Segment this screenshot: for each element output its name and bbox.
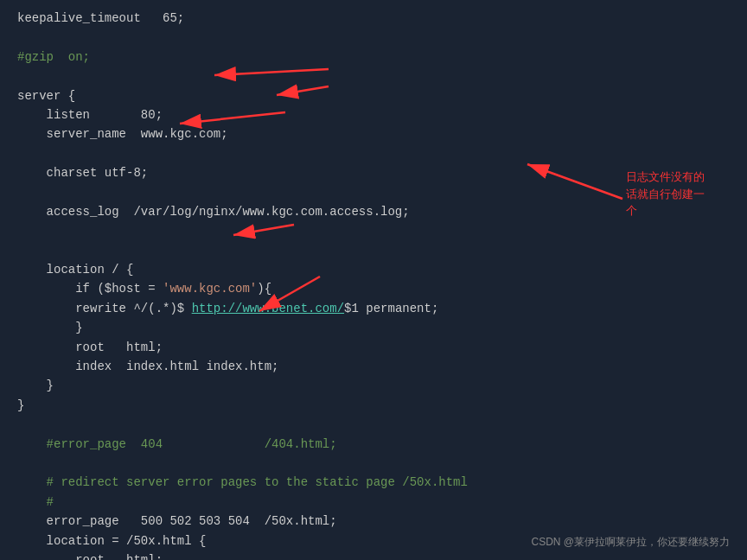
watermark-text: CSDN @莱伊拉啊莱伊拉，你还要继续努力 bbox=[531, 536, 730, 548]
code-line-comment: # redirect server error pages to the sta… bbox=[17, 473, 730, 492]
code-line: } bbox=[17, 318, 730, 337]
code-line: server { bbox=[17, 86, 730, 105]
watermark: CSDN @莱伊拉啊莱伊拉，你还要继续努力 bbox=[531, 535, 730, 550]
code-line bbox=[17, 241, 730, 260]
code-line-comment: # bbox=[17, 493, 730, 512]
annotation-box: 日志文件没有的 话就自行创建一 个 bbox=[626, 169, 730, 220]
code-line: root html; bbox=[17, 338, 730, 357]
code-line: } bbox=[17, 396, 730, 415]
code-line bbox=[17, 221, 730, 240]
code-line bbox=[17, 183, 730, 202]
code-line: index index.html index.htm; bbox=[17, 357, 730, 376]
code-line: error_page 500 502 503 504 /50x.html; bbox=[17, 512, 730, 531]
code-line: keepalive_timeout 65; bbox=[17, 9, 730, 28]
code-line: location / { bbox=[17, 260, 730, 279]
code-line: rewrite ^/(.*)$ http://www.benet.com/$1 … bbox=[17, 299, 730, 318]
code-line-comment: #error_page 404 /404.html; bbox=[17, 435, 730, 454]
code-container: keepalive_timeout 65; #gzip on; server {… bbox=[0, 0, 747, 560]
code-line: access_log /var/log/nginx/www.kgc.com.ac… bbox=[17, 202, 730, 221]
code-line: server_name www.kgc.com; bbox=[17, 124, 730, 143]
code-line bbox=[17, 67, 730, 86]
code-line: } bbox=[17, 376, 730, 395]
code-line bbox=[17, 144, 730, 163]
code-line: if ($host = 'www.kgc.com'){ bbox=[17, 279, 730, 298]
code-line: listen 80; bbox=[17, 105, 730, 124]
code-line bbox=[17, 415, 730, 434]
code-line bbox=[17, 454, 730, 473]
annotation-text: 日志文件没有的 话就自行创建一 个 bbox=[626, 170, 705, 217]
code-line: charset utf-8; bbox=[17, 163, 730, 182]
code-line: root html; bbox=[17, 550, 730, 560]
code-line-comment: #gzip on; bbox=[17, 48, 730, 67]
code-line bbox=[17, 28, 730, 47]
